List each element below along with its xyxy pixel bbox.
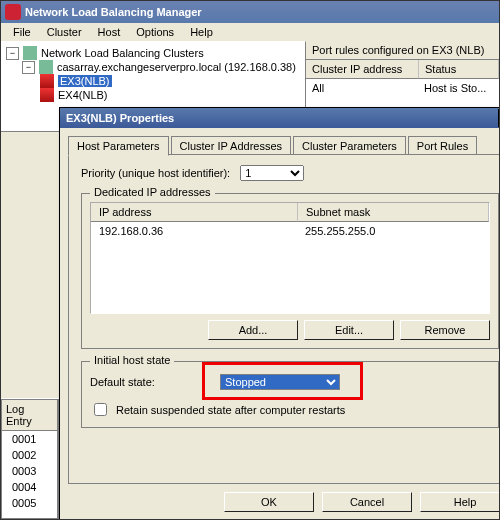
- tree-node-ex3-label: EX3(NLB): [58, 75, 112, 87]
- help-button[interactable]: Help: [420, 492, 500, 512]
- ip-buttons: Add... Edit... Remove: [90, 320, 490, 340]
- main-window: Network Load Balancing Manager File Clus…: [0, 0, 500, 520]
- ip-head[interactable]: IP address: [91, 203, 298, 222]
- log-entry-column: Log Entry 0001 0002 0003 0004 0005: [1, 399, 58, 519]
- tree-node-ex4-label: EX4(NLB): [58, 89, 108, 101]
- ip-list[interactable]: IP address Subnet mask 192.168.0.36 255.…: [90, 202, 490, 314]
- tree-root[interactable]: − Network Load Balancing Clusters: [6, 46, 301, 60]
- menu-help[interactable]: Help: [184, 24, 219, 40]
- dialog-tabs: Host Parameters Cluster IP Addresses Clu…: [68, 136, 500, 155]
- add-button[interactable]: Add...: [208, 320, 298, 340]
- rules-head-status[interactable]: Status: [419, 60, 499, 79]
- main-titlebar: Network Load Balancing Manager: [1, 1, 499, 23]
- dialog-titlebar: EX3(NLB) Properties ✕: [60, 108, 500, 128]
- log-header[interactable]: Log Entry: [2, 400, 57, 431]
- dedicated-ip-group: Dedicated IP addresses IP address Subnet…: [81, 193, 499, 349]
- menu-options[interactable]: Options: [130, 24, 180, 40]
- menu-host[interactable]: Host: [92, 24, 127, 40]
- cancel-button[interactable]: Cancel: [322, 492, 412, 512]
- default-state-row: Default state: Stopped: [90, 374, 490, 390]
- tree-cluster-label: casarray.exchangeserverpro.local (192.16…: [57, 61, 296, 73]
- tab-cluster-ip[interactable]: Cluster IP Addresses: [171, 136, 292, 155]
- dialog-title: EX3(NLB) Properties: [66, 112, 174, 124]
- clusters-icon: [23, 46, 37, 60]
- ip-value: 192.168.0.36: [91, 222, 297, 240]
- retain-suspended-checkbox[interactable]: [94, 403, 107, 416]
- menu-file[interactable]: File: [7, 24, 37, 40]
- tab-host-parameters[interactable]: Host Parameters: [68, 136, 169, 156]
- remove-button[interactable]: Remove: [400, 320, 490, 340]
- ok-button[interactable]: OK: [224, 492, 314, 512]
- tab-content: Priority (unique host identifier): 1 Ded…: [68, 154, 500, 484]
- tree-node-ex4[interactable]: EX4(NLB): [40, 88, 301, 102]
- tree-root-label: Network Load Balancing Clusters: [41, 47, 204, 59]
- initial-state-legend: Initial host state: [90, 354, 174, 366]
- expand-icon[interactable]: −: [22, 61, 35, 74]
- log-row[interactable]: 0004: [2, 479, 57, 495]
- rules-row-ip: All: [306, 79, 418, 97]
- rules-row[interactable]: All Host is Sto...: [306, 79, 499, 97]
- retain-suspended-label: Retain suspended state after computer re…: [116, 404, 345, 416]
- host-stopped-icon: [40, 74, 54, 88]
- cluster-icon: [39, 60, 53, 74]
- ip-list-header: IP address Subnet mask: [91, 203, 489, 222]
- main-title: Network Load Balancing Manager: [25, 6, 202, 18]
- host-stopped-icon: [40, 88, 54, 102]
- menu-cluster[interactable]: Cluster: [41, 24, 88, 40]
- tab-port-rules[interactable]: Port Rules: [408, 136, 477, 155]
- tab-cluster-parameters[interactable]: Cluster Parameters: [293, 136, 406, 155]
- log-row[interactable]: 0002: [2, 447, 57, 463]
- initial-host-state-group: Initial host state Default state: Stoppe…: [81, 361, 499, 428]
- dialog-buttons: OK Cancel Help: [60, 484, 500, 520]
- expand-icon[interactable]: −: [6, 47, 19, 60]
- rules-row-status: Host is Sto...: [418, 79, 499, 97]
- default-state-label: Default state:: [90, 376, 210, 388]
- edit-button[interactable]: Edit...: [304, 320, 394, 340]
- priority-select[interactable]: 1: [240, 165, 304, 181]
- log-row[interactable]: 0003: [2, 463, 57, 479]
- app-icon: [5, 4, 21, 20]
- mask-value: 255.255.255.0: [297, 222, 489, 240]
- ip-list-row[interactable]: 192.168.0.36 255.255.255.0: [91, 222, 489, 240]
- menubar: File Cluster Host Options Help: [1, 23, 499, 41]
- properties-dialog: EX3(NLB) Properties ✕ Host Parameters Cl…: [59, 107, 500, 520]
- retain-suspended-row: Retain suspended state after computer re…: [90, 400, 490, 419]
- log-row[interactable]: 0005: [2, 495, 57, 511]
- tree-node-ex3[interactable]: EX3(NLB): [40, 74, 301, 88]
- rules-head-ip[interactable]: Cluster IP address: [306, 60, 419, 79]
- priority-row: Priority (unique host identifier): 1: [81, 165, 499, 181]
- rules-header: Cluster IP address Status: [306, 60, 499, 79]
- priority-label: Priority (unique host identifier):: [81, 167, 230, 179]
- default-state-select[interactable]: Stopped: [220, 374, 340, 390]
- rules-title: Port rules configured on EX3 (NLB): [306, 41, 499, 60]
- mask-head[interactable]: Subnet mask: [298, 203, 489, 222]
- tree-cluster[interactable]: − casarray.exchangeserverpro.local (192.…: [22, 60, 301, 74]
- log-row[interactable]: 0001: [2, 431, 57, 447]
- dedicated-ip-legend: Dedicated IP addresses: [90, 186, 215, 198]
